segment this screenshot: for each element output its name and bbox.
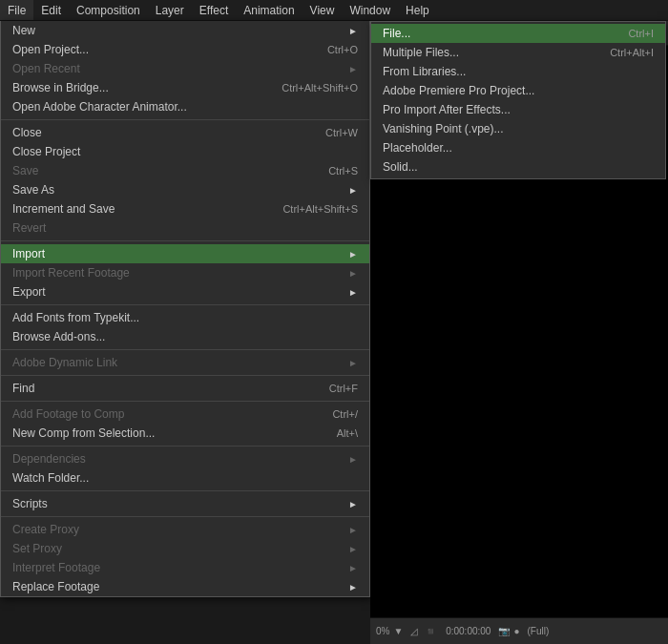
menu-item-interpret-footage: Interpret Footage ► [1, 558, 369, 577]
menu-item-import[interactable]: Import ► [1, 244, 369, 263]
zoom-dropdown-icon[interactable]: ▼ [393, 626, 403, 636]
fit-icons: ◿ ◾ [410, 626, 438, 636]
menu-item-replace-footage[interactable]: Replace Footage ► [1, 577, 369, 596]
menu-item-increment-save[interactable]: Increment and Save Ctrl+Alt+Shift+S [1, 199, 369, 218]
submenu-item-multiple-files[interactable]: Multiple Files... Ctrl+Alt+I [371, 43, 665, 62]
menu-item-close-project[interactable]: Close Project [1, 142, 369, 161]
menubar-edit[interactable]: Edit [33, 0, 69, 20]
separator-7 [1, 446, 369, 447]
menubar: File Edit Composition Layer Effect Anima… [0, 0, 668, 21]
menu-item-export[interactable]: Export ► [1, 282, 369, 301]
menu-item-new[interactable]: New ► [1, 21, 369, 40]
menu-item-add-footage: Add Footage to Comp Ctrl+/ [1, 405, 369, 424]
zoom-level: 0% [376, 626, 389, 636]
separator-8 [1, 490, 369, 491]
menu-item-revert: Revert [1, 218, 369, 238]
menu-item-browse-bridge[interactable]: Browse in Bridge... Ctrl+Alt+Shift+O [1, 78, 369, 97]
menubar-window[interactable]: Window [342, 0, 398, 20]
menu-item-set-proxy: Set Proxy ► [1, 539, 369, 558]
menubar-animation[interactable]: Animation [236, 0, 302, 20]
menu-item-import-recent: Import Recent Footage ► [1, 263, 369, 282]
camera-icon: 📷 [498, 626, 510, 636]
submenu-item-pro-import[interactable]: Pro Import After Effects... [371, 100, 665, 119]
separator-3 [1, 304, 369, 305]
separator-2 [1, 240, 369, 241]
submenu-item-placeholder[interactable]: Placeholder... [371, 138, 665, 157]
color-icon: ● [513, 626, 519, 636]
menubar-effect[interactable]: Effect [192, 0, 236, 20]
menu-item-browse-addons[interactable]: Browse Add-ons... [1, 327, 369, 346]
submenu-item-vanishing-point[interactable]: Vanishing Point (.vpe)... [371, 119, 665, 138]
submenu-item-solid[interactable]: Solid... [371, 157, 665, 177]
menu-item-add-fonts[interactable]: Add Fonts from Typekit... [1, 308, 369, 327]
menu-item-open-project[interactable]: Open Project... Ctrl+O [1, 40, 369, 59]
import-submenu: File... Ctrl+I Multiple Files... Ctrl+Al… [370, 21, 666, 179]
menu-item-save: Save Ctrl+S [1, 161, 369, 180]
menubar-file[interactable]: File [0, 0, 33, 20]
separator-5 [1, 375, 369, 376]
status-bar: 0% ▼ ◿ ◾ 0:00:00:00 📷 ● (Full) [370, 617, 668, 644]
menubar-composition[interactable]: Composition [69, 0, 148, 20]
menu-item-find[interactable]: Find Ctrl+F [1, 379, 369, 398]
menu-item-dependencies: Dependencies ► [1, 449, 369, 468]
menu-item-open-recent: Open Recent ► [1, 59, 369, 78]
quality-label: (Full) [527, 626, 549, 636]
menubar-help[interactable]: Help [398, 0, 437, 20]
file-dropdown-menu: New ► Open Project... Ctrl+O Open Recent… [0, 21, 370, 597]
menu-item-scripts[interactable]: Scripts ► [1, 494, 369, 513]
menu-item-close[interactable]: Close Ctrl+W [1, 123, 369, 142]
menubar-view[interactable]: View [303, 0, 343, 20]
menu-item-save-as[interactable]: Save As ► [1, 180, 369, 199]
separator-1 [1, 119, 369, 120]
separator-4 [1, 349, 369, 350]
timecode: 0:00:00:00 [446, 626, 491, 636]
separator-6 [1, 401, 369, 402]
menu-item-dynamic-link: Adobe Dynamic Link ► [1, 353, 369, 372]
submenu-item-premiere-project[interactable]: Adobe Premiere Pro Project... [371, 81, 665, 100]
menu-item-new-comp-selection[interactable]: New Comp from Selection... Alt+\ [1, 424, 369, 443]
submenu-item-from-libraries[interactable]: From Libraries... [371, 62, 665, 81]
menu-item-create-proxy: Create Proxy ► [1, 520, 369, 539]
separator-9 [1, 516, 369, 517]
submenu-item-file[interactable]: File... Ctrl+I [371, 24, 665, 43]
menubar-layer[interactable]: Layer [148, 0, 192, 20]
menu-item-open-animator[interactable]: Open Adobe Character Animator... [1, 97, 369, 116]
menu-item-watch-folder[interactable]: Watch Folder... [1, 468, 369, 488]
